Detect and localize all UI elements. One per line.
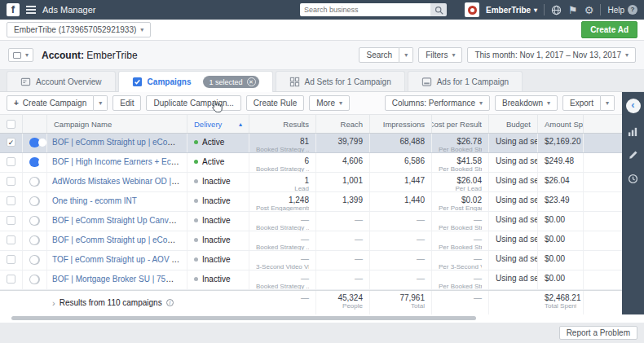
campaign-toggle[interactable]: [29, 235, 40, 245]
budget-value: Using ad set bu...: [496, 254, 531, 263]
status-bar: Report a Problem: [0, 323, 644, 343]
help-menu[interactable]: Help ?: [607, 5, 637, 15]
create-rule-button[interactable]: Create Rule: [246, 95, 304, 111]
campaign-name-cell: TOF | eComm Straight up - AOV vid | eCom…: [47, 251, 187, 270]
row-checkbox[interactable]: [7, 157, 15, 166]
view-switcher-button[interactable]: ▾: [8, 48, 33, 62]
globe-icon[interactable]: [551, 5, 562, 15]
budget-value: Using ad set bu...: [496, 274, 531, 283]
campaign-toggle[interactable]: [29, 275, 40, 284]
export-button[interactable]: Export: [562, 95, 601, 111]
search-caret-icon[interactable]: ▾: [399, 47, 413, 63]
table-row[interactable]: BOF | High Income Earners + Ecomm INT | …: [0, 153, 622, 173]
export-caret-icon[interactable]: ▾: [601, 95, 615, 111]
row-checkbox[interactable]: ✓: [7, 138, 15, 147]
clear-selection-icon[interactable]: ✕: [247, 77, 256, 86]
business-avatar[interactable]: [465, 2, 479, 17]
create-campaign-button[interactable]: + Create Campaign: [7, 95, 94, 111]
create-ad-button[interactable]: Create Ad: [581, 21, 637, 38]
search-icon[interactable]: [430, 3, 447, 16]
tab-account-overview[interactable]: Account Overview: [7, 71, 116, 91]
tab-ads[interactable]: Ads for 1 Campaign: [408, 71, 523, 91]
reach-value: 1,001: [323, 176, 363, 185]
create-campaign-caret-icon[interactable]: ▾: [94, 95, 108, 111]
report-a-problem-button[interactable]: Report a Problem: [559, 326, 637, 340]
performance-chart-icon[interactable]: [628, 126, 638, 137]
campaign-name-link[interactable]: BOF | Mortgage Broker SU | 75% Vid Watch…: [52, 275, 187, 284]
cost-subtext: Per Booked Strate...: [439, 165, 482, 172]
campaign-name-link[interactable]: AdWords Mistakes Webinar OD | INT + FB A…: [52, 177, 187, 186]
header-campaign-name[interactable]: Campaign Name: [47, 115, 187, 133]
table-row[interactable]: AdWords Mistakes Webinar OD | INT + FB A…: [0, 173, 622, 192]
hamburger-menu-icon[interactable]: [26, 6, 36, 14]
table-row[interactable]: BOF | Mortgage Broker SU | 75% Vid Watch…: [0, 270, 622, 290]
campaign-name-link[interactable]: TOF | eComm Straight up - AOV vid | eCom…: [52, 255, 187, 264]
campaign-toggle[interactable]: [29, 255, 40, 265]
business-menu[interactable]: EmberTribe ▾: [486, 6, 537, 15]
collapse-panel-button[interactable]: ‹: [626, 99, 641, 113]
search-input[interactable]: [300, 3, 430, 16]
campaign-toggle[interactable]: [29, 196, 40, 206]
amount-spent-cell: $0.00: [538, 270, 584, 289]
row-checkbox[interactable]: [7, 275, 15, 284]
info-icon[interactable]: i: [166, 299, 174, 306]
campaign-name-link[interactable]: BOF | eComm Straight Up Canvas | 1% LAL: [52, 216, 187, 225]
account-select-bar: EmberTribe (1739657052921933) ▾ Create A…: [0, 20, 644, 41]
edit-button[interactable]: Edit: [112, 95, 141, 111]
delivery-status: Inactive: [202, 216, 230, 225]
tab-campaigns[interactable]: Campaigns 1 selected ✕: [118, 71, 273, 92]
row-toggle-cell: [23, 231, 47, 250]
notifications-flag-icon[interactable]: ⚑: [568, 5, 578, 15]
header-reach[interactable]: Reach: [316, 115, 370, 133]
duplicate-campaign-button[interactable]: Duplicate Campaign...: [146, 95, 240, 111]
table-row[interactable]: ✓BOF | eComm Straight up | eComm INT & A…: [0, 134, 622, 153]
settings-gear-icon[interactable]: ⚙: [584, 5, 594, 15]
campaign-name-link[interactable]: BOF | eComm Straight up | eComm INT & Ad…: [52, 138, 187, 147]
select-all-checkbox[interactable]: [7, 120, 15, 129]
row-checkbox[interactable]: [7, 216, 15, 225]
header-cost-per-result[interactable]: Cost per Result: [432, 115, 489, 133]
campaign-toggle[interactable]: [29, 138, 40, 147]
campaign-name-link[interactable]: One thing - ecomm INT: [52, 196, 137, 205]
reach-value: 1,399: [323, 196, 363, 204]
header-budget[interactable]: Budget: [489, 115, 538, 133]
table-row[interactable]: BOF | eComm Straight Up Canvas | 1% LALI…: [0, 212, 622, 231]
header-delivery[interactable]: Delivery ▴: [187, 115, 249, 133]
filters-button[interactable]: Filters ▾: [418, 47, 462, 63]
results-cell: —3-Second Video Vi...: [249, 251, 316, 270]
budget-cell: Using ad set bu...: [489, 231, 538, 250]
campaign-toggle[interactable]: [29, 157, 40, 167]
header-impressions[interactable]: Impressions: [370, 115, 432, 133]
breakdown-button[interactable]: Breakdown ▾: [495, 95, 558, 111]
campaign-name-link[interactable]: BOF | High Income Earners + Ecomm INT | …: [52, 157, 187, 166]
edit-pencil-icon[interactable]: [628, 150, 638, 161]
table-row[interactable]: One thing - ecomm INTInactive1,248Post E…: [0, 192, 622, 212]
scrollbar-thumb[interactable]: [11, 316, 476, 320]
cost-value: —: [439, 254, 482, 263]
level-tabs: Account Overview Campaigns 1 selected ✕ …: [0, 70, 644, 92]
history-clock-icon[interactable]: [628, 174, 638, 184]
row-checkbox[interactable]: [7, 196, 15, 205]
columns-button[interactable]: Columns: Performance ▾: [385, 95, 490, 111]
table-row[interactable]: TOF | eComm Straight up - AOV vid | eCom…: [0, 251, 622, 270]
table-row[interactable]: BOF | eComm Straight up | eComm LAL 1%In…: [0, 231, 622, 251]
ad-account-selector[interactable]: EmberTribe (1739657052921933) ▾: [7, 22, 151, 37]
results-value: 81: [256, 137, 309, 146]
more-button[interactable]: More ▾: [309, 95, 350, 111]
date-range-button[interactable]: This month: Nov 1, 2017 – Nov 13, 2017 ▾: [467, 47, 636, 63]
cost-per-result-cell: —Per Booked Strate...: [432, 231, 489, 250]
tab-ad-sets[interactable]: Ad Sets for 1 Campaign: [276, 71, 405, 91]
account-name: EmberTribe: [86, 50, 137, 61]
row-checkbox[interactable]: [7, 235, 15, 244]
campaign-toggle[interactable]: [29, 177, 40, 187]
amount-spent-cell: $0.00: [538, 251, 584, 270]
header-results[interactable]: Results: [249, 115, 316, 133]
search-button[interactable]: Search: [359, 47, 399, 63]
campaign-name-link[interactable]: BOF | eComm Straight up | eComm LAL 1%: [52, 235, 187, 244]
facebook-logo-icon[interactable]: f: [7, 3, 20, 16]
results-summary[interactable]: › Results from 110 campaigns i: [47, 291, 249, 314]
row-checkbox[interactable]: [7, 255, 15, 264]
row-checkbox[interactable]: [7, 177, 15, 186]
campaign-toggle[interactable]: [29, 216, 40, 226]
header-amount-spent[interactable]: Amount Spent: [538, 115, 584, 133]
